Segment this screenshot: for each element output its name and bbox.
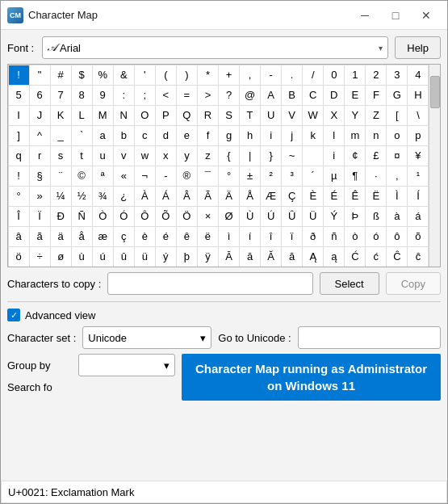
char-cell[interactable]: - [155,166,177,187]
char-cell[interactable]: È [302,186,324,207]
char-cell[interactable]: V [281,105,303,126]
groupby-dropdown[interactable]: ▾ [78,354,175,376]
char-cell[interactable]: þ [176,246,198,267]
char-cell[interactable]: ¾ [92,186,114,207]
char-cell[interactable]: t [71,145,93,166]
char-cell[interactable]: 6 [29,85,51,106]
char-cell[interactable]: ® [176,166,198,187]
char-cell[interactable]: b [113,125,135,146]
char-cell[interactable]: ¹ [407,166,429,187]
char-cell[interactable]: Ô [134,206,156,227]
char-cell[interactable]: p [407,125,429,146]
minimize-button[interactable]: ─ [350,4,379,27]
font-select-dropdown[interactable]: 𝒜 Arial ▾ [42,36,388,59]
char-cell[interactable]: { [218,145,240,166]
char-cell[interactable]: Õ [155,206,177,227]
char-cell[interactable]: Q [176,105,198,126]
char-cell[interactable]: J [29,105,51,126]
char-cell[interactable]: j [281,125,303,146]
char-cell[interactable]: Ą [302,246,324,267]
char-cell[interactable]: ´ [302,166,324,187]
char-cell[interactable]: ½ [71,186,93,207]
char-cell[interactable]: = [176,85,198,106]
char-cell[interactable]: v [113,145,135,166]
char-cell[interactable]: ¤ [386,145,408,166]
char-cell[interactable]: ! [8,65,30,86]
char-cell[interactable]: i [323,145,345,166]
char-cell[interactable]: Ö [176,206,198,227]
char-cell[interactable]: ß [365,206,387,227]
char-cell[interactable]: í [239,226,261,247]
char-cell[interactable]: Ò [92,206,114,227]
char-cell[interactable]: ä [50,226,72,247]
char-cell[interactable]: ¿ [113,186,135,207]
char-cell[interactable]: [ [386,105,408,126]
char-cell[interactable]: û [113,246,135,267]
char-cell[interactable]: è [134,226,156,247]
char-cell[interactable]: à [386,206,408,227]
char-cell[interactable]: N [113,105,135,126]
char-cell[interactable]: ą [323,246,345,267]
char-cell[interactable]: ± [239,166,261,187]
charset-dropdown[interactable]: Unicode ▾ [82,326,211,349]
char-cell[interactable]: Ú [260,206,282,227]
char-cell[interactable]: ú [92,246,114,267]
char-cell[interactable]: é [155,226,177,247]
char-cell[interactable]: Å [239,186,261,207]
char-cell[interactable]: ù [71,246,93,267]
char-cell[interactable]: « [113,166,135,187]
char-cell[interactable]: m [344,125,366,146]
char-cell[interactable]: ' [134,65,156,86]
char-cell[interactable]: ü [134,246,156,267]
char-cell[interactable]: h [239,125,261,146]
char-cell[interactable]: n [365,125,387,146]
char-cell[interactable]: H [407,85,429,106]
char-cell[interactable]: ĉ [407,246,429,267]
char-cell[interactable]: k [302,125,324,146]
char-cell[interactable]: § [29,166,51,187]
char-cell[interactable]: , [239,65,261,86]
char-cell[interactable]: Ì [386,186,408,207]
scrollbar[interactable] [429,65,440,267]
char-cell[interactable]: ª [92,166,114,187]
char-cell[interactable]: ( [155,65,177,86]
char-cell[interactable]: ³ [281,166,303,187]
char-cell[interactable]: Æ [260,186,282,207]
char-cell[interactable]: ; [134,85,156,106]
char-cell[interactable]: 1 [344,65,366,86]
char-cell[interactable]: ! [8,166,30,187]
char-cell[interactable]: ö [8,246,30,267]
char-cell[interactable]: M [92,105,114,126]
char-cell[interactable]: ] [8,125,30,146]
char-cell[interactable]: 2 [365,65,387,86]
char-cell[interactable]: T [239,105,261,126]
char-cell[interactable]: 9 [92,85,114,106]
char-cell[interactable]: ° [218,166,240,187]
char-cell[interactable]: B [281,85,303,106]
char-cell[interactable]: * [197,65,219,86]
char-cell[interactable]: 3 [386,65,408,86]
char-cell[interactable]: $ [71,65,93,86]
char-cell[interactable]: å [71,226,93,247]
char-cell[interactable]: U [260,105,282,126]
char-cell[interactable]: X [323,105,345,126]
char-cell[interactable]: ă [281,246,303,267]
maximize-button[interactable]: □ [381,4,410,27]
char-cell[interactable]: d [155,125,177,146]
char-cell[interactable]: Â [176,186,198,207]
char-cell[interactable]: < [155,85,177,106]
char-cell[interactable]: ò [344,226,366,247]
char-cell[interactable]: À [134,186,156,207]
char-cell[interactable]: ã [29,226,51,247]
char-cell[interactable]: æ [92,226,114,247]
char-cell[interactable]: W [302,105,324,126]
char-cell[interactable]: C [302,85,324,106]
char-cell[interactable]: R [197,105,219,126]
char-cell[interactable] [302,145,324,166]
char-cell[interactable]: . [281,65,303,86]
chars-to-copy-input[interactable] [107,272,312,295]
char-cell[interactable]: Ü [302,206,324,227]
char-cell[interactable]: Î [8,206,30,227]
char-cell[interactable]: 5 [8,85,30,106]
char-cell[interactable]: ć [365,246,387,267]
